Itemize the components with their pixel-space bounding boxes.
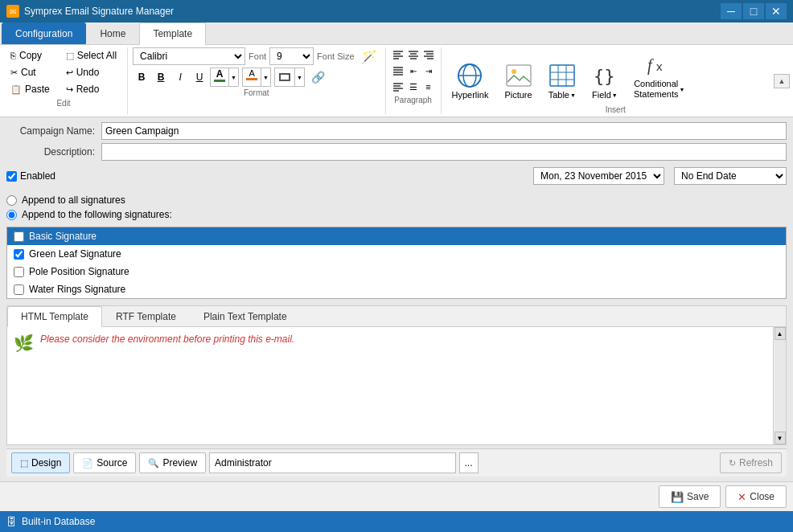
scroll-up-button[interactable]: ▲: [775, 327, 786, 340]
ribbon-collapse-button[interactable]: ▲: [774, 74, 790, 88]
font-color-dropdown[interactable]: ▼: [228, 68, 238, 86]
align-left-button[interactable]: [391, 47, 405, 62]
indent-decrease-button[interactable]: ⇤: [406, 63, 421, 78]
select-all-button[interactable]: ⬚ Select All: [60, 47, 122, 63]
align-right-button[interactable]: [421, 47, 436, 62]
copy-button[interactable]: ⎘ Copy: [5, 47, 55, 63]
tab-html-template[interactable]: HTML Template: [7, 306, 102, 327]
highlight-color-control: A ▼: [242, 68, 271, 87]
sig-greenleaf-checkbox[interactable]: [14, 249, 24, 260]
append-following-radio[interactable]: [6, 210, 17, 220]
picture-button[interactable]: Picture: [497, 59, 539, 104]
magic-wand-button[interactable]: 🪄: [358, 47, 380, 65]
bold-underline-button[interactable]: B: [152, 68, 170, 86]
align-center-button[interactable]: [406, 47, 421, 62]
save-button[interactable]: 💾 Save: [659, 485, 721, 508]
description-label: Description:: [6, 146, 95, 158]
campaign-name-input[interactable]: [101, 122, 787, 140]
bold-button[interactable]: B: [133, 68, 150, 86]
ellipsis-button[interactable]: ...: [459, 452, 479, 473]
template-text: Please consider the environment before p…: [40, 334, 294, 345]
preview-icon: 🔍: [148, 458, 159, 469]
highlight-dropdown[interactable]: ▼: [261, 68, 270, 86]
undo-button[interactable]: ↩ Undo: [60, 64, 122, 80]
design-button[interactable]: ⬚ Design: [11, 452, 70, 473]
tab-configuration[interactable]: Configuration: [2, 23, 86, 44]
svg-rect-23: [507, 65, 531, 86]
template-tabs: HTML Template RTF Template Plain Text Te…: [7, 306, 786, 327]
font-color-control: A ▼: [210, 68, 239, 87]
tab-rtf-template[interactable]: RTF Template: [102, 306, 190, 326]
cut-icon: ✂: [10, 68, 18, 78]
align-left2-button[interactable]: [391, 80, 405, 94]
close-window-button[interactable]: ✕: [766, 3, 787, 19]
enabled-label: Enabled: [20, 170, 55, 182]
font-select[interactable]: Calibri: [133, 47, 245, 65]
scroll-track[interactable]: [775, 340, 786, 444]
border-dropdown[interactable]: ▼: [294, 68, 304, 86]
font-color-button[interactable]: A: [211, 68, 228, 86]
paste-button[interactable]: 📋 Paste: [5, 81, 55, 97]
close-button[interactable]: ✕ Close: [725, 485, 787, 508]
sig-waterrings-checkbox[interactable]: [14, 284, 24, 295]
tab-template[interactable]: Template: [139, 23, 206, 45]
indent-increase-button[interactable]: ⇥: [421, 63, 436, 78]
app-window: ✉ Symprex Email Signature Manager ─ □ ✕ …: [0, 0, 793, 532]
refresh-button[interactable]: ↻ Refresh: [720, 452, 782, 473]
edit-col1: ⎘ Copy ✂ Cut 📋 Paste: [5, 47, 55, 97]
justify-icon: [392, 66, 404, 76]
conditional-button[interactable]: fx ConditionalStatements ▼: [627, 47, 692, 104]
field-button[interactable]: {} Field ▼: [585, 59, 625, 104]
sig-basic-label: Basic Signature: [29, 231, 97, 242]
numbered-list-button[interactable]: ≡: [421, 80, 436, 94]
app-icon: ✉: [6, 5, 19, 18]
append-all-label: Append to all signatures: [22, 194, 125, 206]
source-icon: 📄: [82, 458, 93, 469]
table-label-row: Table ▼: [549, 90, 576, 100]
description-input[interactable]: [101, 143, 787, 161]
font-row: Calibri Font 9 Font Size 🪄: [133, 47, 380, 65]
source-button[interactable]: 📄 Source: [73, 452, 136, 473]
preview-button[interactable]: 🔍 Preview: [139, 452, 206, 473]
tab-plaintext-template[interactable]: Plain Text Template: [190, 306, 301, 326]
sig-basic-checkbox[interactable]: [14, 231, 24, 242]
title-bar-left: ✉ Symprex Email Signature Manager: [6, 5, 174, 18]
unlink-button[interactable]: 🔗: [308, 68, 328, 86]
insert-group: Hyperlink Picture: [442, 47, 790, 114]
redo-button[interactable]: ↪ Redo: [60, 81, 122, 97]
maximize-button[interactable]: □: [743, 3, 764, 19]
edit-group-label: Edit: [5, 99, 122, 108]
sig-item-greenleaf[interactable]: Green Leaf Signature: [7, 245, 786, 263]
footer-actions: 💾 Save ✕ Close: [0, 481, 793, 511]
append-all-radio-label: Append to all signatures: [6, 194, 787, 206]
underline-button[interactable]: U: [191, 68, 208, 86]
design-icon: ⬚: [20, 458, 28, 469]
table-icon: [549, 63, 575, 88]
sig-item-poleposition[interactable]: Pole Position Signature: [7, 263, 786, 280]
enabled-checkbox[interactable]: [6, 171, 17, 182]
admin-input[interactable]: [209, 452, 455, 473]
font-size-select[interactable]: 9: [269, 47, 314, 65]
table-button[interactable]: Table ▼: [541, 59, 583, 104]
scroll-down-button[interactable]: ▼: [775, 432, 786, 444]
highlight-button[interactable]: A: [243, 68, 261, 86]
conditional-dropdown-arrow: ▼: [680, 87, 685, 92]
minimize-button[interactable]: ─: [721, 3, 742, 19]
font-label: Font: [249, 51, 266, 61]
para-align2-icon: [392, 82, 404, 92]
italic-button[interactable]: I: [171, 68, 189, 86]
tab-home[interactable]: Home: [86, 23, 139, 44]
sig-item-basic[interactable]: Basic Signature: [7, 227, 786, 245]
start-date-select[interactable]: Mon, 23 November 2015: [533, 167, 664, 185]
font-size-label: Font Size: [317, 51, 354, 61]
sig-item-waterrings[interactable]: Water Rings Signature: [7, 280, 786, 298]
append-all-radio[interactable]: [6, 195, 17, 206]
hyperlink-button[interactable]: Hyperlink: [445, 59, 496, 104]
bullet-list-button[interactable]: ☰: [406, 80, 421, 94]
border-button[interactable]: [275, 68, 294, 86]
field-dropdown-arrow: ▼: [612, 92, 618, 98]
end-date-select[interactable]: No End Date: [674, 167, 787, 185]
sig-poleposition-checkbox[interactable]: [14, 267, 24, 277]
cut-button[interactable]: ✂ Cut: [5, 64, 55, 80]
justify-button[interactable]: [391, 63, 405, 78]
